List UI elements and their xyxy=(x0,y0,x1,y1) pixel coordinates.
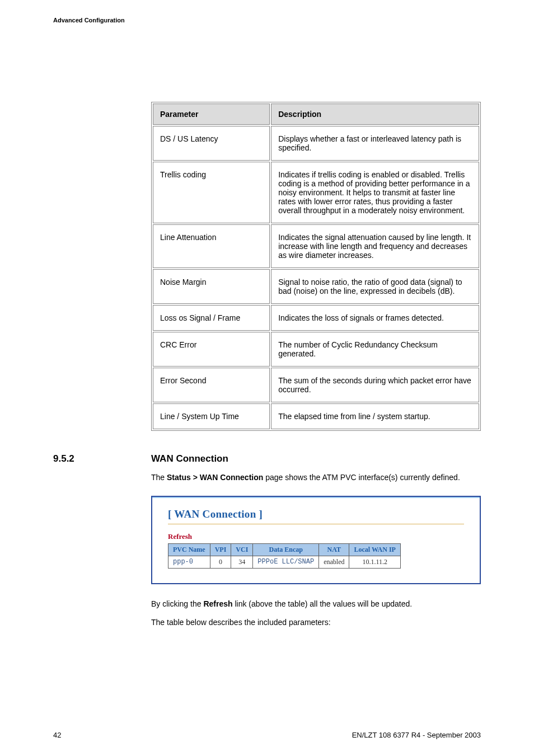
intro-suffix: page shows the ATM PVC interface(s) curr… xyxy=(263,473,460,482)
desc-cell: Indicates the signal attenuation caused … xyxy=(271,224,479,268)
after-panel-p2: The table below describes the included p… xyxy=(151,617,481,628)
wan-cell-pvc[interactable]: ppp-0 xyxy=(168,556,210,568)
p1-bold: Refresh xyxy=(203,599,232,608)
desc-cell: Displays whether a fast or interleaved l… xyxy=(271,126,479,161)
page-number: 42 xyxy=(53,731,61,739)
col-header-parameter: Parameter xyxy=(153,104,270,125)
p1-suffix: link (above the table) all the values wi… xyxy=(233,599,413,608)
divider xyxy=(168,524,464,524)
table-row: DS / US Latency Displays whether a fast … xyxy=(153,126,479,161)
intro-bold: Status > WAN Connection xyxy=(167,473,263,482)
wan-panel-heading: [ WAN Connection ] xyxy=(168,508,464,520)
parameter-table: Parameter Description DS / US Latency Di… xyxy=(151,102,481,431)
param-cell: Trellis coding xyxy=(153,162,270,223)
wan-connection-table: PVC Name VPI VCI Data Encap NAT Local WA… xyxy=(168,543,401,569)
desc-cell: The elapsed time from line / system star… xyxy=(271,403,479,429)
section-title: WAN Connection xyxy=(151,453,228,464)
wan-col-vci: VCI xyxy=(231,543,253,556)
wan-col-vpi: VPI xyxy=(210,543,231,556)
table-row: Line / System Up Time The elapsed time f… xyxy=(153,403,479,429)
wan-col-localwanip: Local WAN IP xyxy=(349,543,400,556)
wan-col-pvcname: PVC Name xyxy=(168,543,210,556)
after-panel-p1: By clicking the Refresh link (above the … xyxy=(151,599,481,610)
desc-cell: Indicates the loss of signals or frames … xyxy=(271,305,479,331)
wan-col-nat: NAT xyxy=(319,543,349,556)
wan-connection-panel: [ WAN Connection ] Refresh PVC Name VPI … xyxy=(151,496,481,584)
intro-paragraph: The Status > WAN Connection page shows t… xyxy=(151,472,481,483)
table-row: Line Attenuation Indicates the signal at… xyxy=(153,224,479,268)
p1-prefix: By clicking the xyxy=(151,599,203,608)
desc-cell: Signal to noise ratio, the ratio of good… xyxy=(271,269,479,304)
section-heading-row: 9.5.2 WAN Connection xyxy=(151,453,481,464)
document-id: EN/LZT 108 6377 R4 - September 2003 xyxy=(352,731,481,739)
wan-cell-ip: 10.1.11.2 xyxy=(349,556,400,568)
intro-prefix: The xyxy=(151,473,167,482)
table-row: Trellis coding Indicates if trellis codi… xyxy=(153,162,479,223)
wan-cell-encap: PPPoE LLC/SNAP xyxy=(253,556,319,568)
page-header: Advanced Configuration xyxy=(0,0,534,24)
table-row: Loss os Signal / Frame Indicates the los… xyxy=(153,305,479,331)
wan-cell-vci: 34 xyxy=(231,556,253,568)
param-cell: Line / System Up Time xyxy=(153,403,270,429)
wan-table-row: ppp-0 0 34 PPPoE LLC/SNAP enabled 10.1.1… xyxy=(168,556,401,568)
param-cell: Error Second xyxy=(153,368,270,402)
table-row: CRC Error The number of Cyclic Redundanc… xyxy=(153,332,479,367)
param-cell: Noise Margin xyxy=(153,269,270,304)
refresh-link[interactable]: Refresh xyxy=(168,532,192,541)
param-cell: CRC Error xyxy=(153,332,270,367)
param-cell: DS / US Latency xyxy=(153,126,270,161)
wan-cell-vpi: 0 xyxy=(210,556,231,568)
desc-cell: The number of Cyclic Redundancy Checksum… xyxy=(271,332,479,367)
wan-cell-nat: enabled xyxy=(319,556,349,568)
table-row: Error Second The sum of the seconds duri… xyxy=(153,368,479,402)
desc-cell: The sum of the seconds during which pack… xyxy=(271,368,479,402)
col-header-description: Description xyxy=(271,104,479,125)
section-number: 9.5.2 xyxy=(53,453,151,464)
param-cell: Line Attenuation xyxy=(153,224,270,268)
desc-cell: Indicates if trellis coding is enabled o… xyxy=(271,162,479,223)
param-cell: Loss os Signal / Frame xyxy=(153,305,270,331)
page-footer: 42 EN/LZT 108 6377 R4 - September 2003 xyxy=(53,731,481,739)
table-row: Noise Margin Signal to noise ratio, the … xyxy=(153,269,479,304)
wan-col-encap: Data Encap xyxy=(253,543,319,556)
